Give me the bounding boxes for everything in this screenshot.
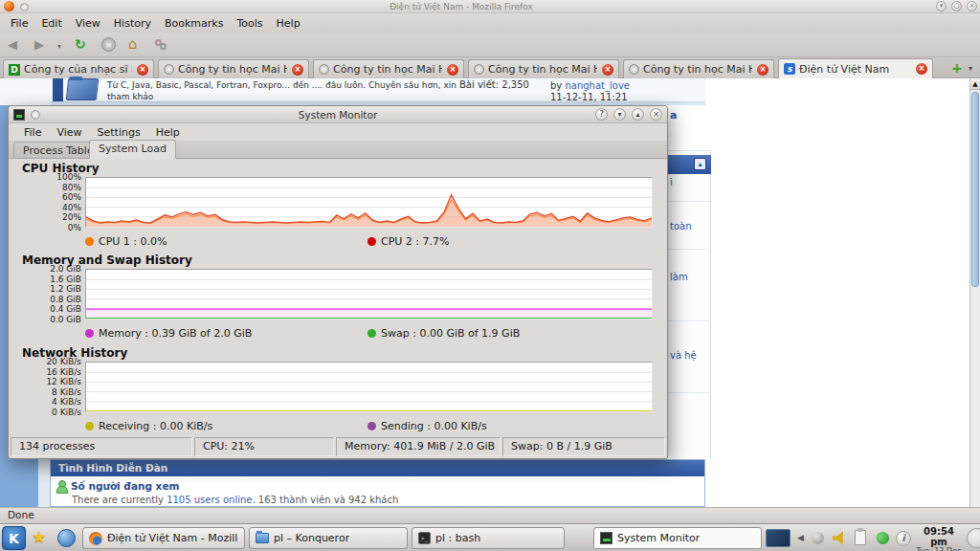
sm-menu-file[interactable]: File <box>16 124 49 141</box>
sm-menu-help[interactable]: Help <box>148 124 188 141</box>
notifications-info-icon[interactable]: i <box>896 531 911 546</box>
stop-icon[interactable]: × <box>101 37 116 52</box>
taskbar-clock[interactable]: 09:54 pm Tue, 13 Dec <box>915 526 963 551</box>
tab-1-label: Công ty của nhạc sĩ H... <box>24 63 132 76</box>
desktop-pager[interactable] <box>766 529 791 547</box>
online-users-link[interactable]: 1105 users online. <box>167 495 256 505</box>
tray-device-icon[interactable] <box>812 532 824 544</box>
maximize-icon[interactable]: ○ <box>951 1 962 11</box>
cpu2-legend-dot <box>368 237 376 246</box>
forum-stats-header: Tình Hình Diễn Đàn <box>51 460 704 476</box>
tab-2-favicon <box>164 64 174 75</box>
tab-3[interactable]: Công ty tin học Mai H... × <box>313 59 464 78</box>
menu-tools[interactable]: Tools <box>230 15 269 32</box>
collapse-section-icon[interactable]: ▴ <box>694 158 706 170</box>
forum-sidebar-column: a ▴ i toàn làm và hệ <box>667 105 711 459</box>
online-prefix: There are currently <box>72 495 164 505</box>
unshade-icon[interactable]: ▴ <box>632 108 644 121</box>
sidebar-card: a <box>667 105 711 151</box>
tab-1[interactable]: D Công ty của nhạc sĩ H... × <box>3 59 154 78</box>
memory-usage: Memory: 401.9 MiB / 2.0 GiB <box>336 437 501 456</box>
clock-time: 09:54 pm <box>915 526 963 547</box>
web-globe-icon[interactable] <box>57 529 76 547</box>
tab-5-label: Công ty tin học Mai H... <box>643 63 752 76</box>
sm-menu-view[interactable]: View <box>49 124 89 141</box>
close-icon[interactable]: × <box>967 1 977 11</box>
nav-history-caret-icon[interactable]: ▾ <box>57 42 61 51</box>
taskbar-system-monitor-button[interactable]: System Monitor <box>593 527 762 549</box>
tab-5[interactable]: Công ty tin học Mai H... × <box>623 59 774 78</box>
menu-history[interactable]: History <box>107 15 158 32</box>
tab-4-favicon <box>474 64 484 75</box>
volume-icon[interactable] <box>833 531 847 545</box>
swap-usage: Swap: 0 B / 1.9 GiB <box>502 437 665 456</box>
tray-collapse-icon[interactable]: ◀ <box>797 533 804 542</box>
system-monitor-titlebar[interactable]: System Monitor ? ▾ ▴ × <box>9 106 667 123</box>
sidebar-fragment-1[interactable]: i <box>670 177 673 187</box>
back-icon[interactable]: ◀ <box>8 37 17 52</box>
tab-4[interactable]: Công ty tin học Mai H... × <box>468 59 619 78</box>
sidebar-fragment-4[interactable]: và hệ <box>670 350 697 361</box>
tab-5-close-icon[interactable]: × <box>757 64 768 76</box>
kde-menu-icon[interactable]: K <box>2 526 26 550</box>
tab-3-close-icon[interactable]: × <box>447 64 458 76</box>
forum-stats-panel: Tình Hình Diễn Đàn Số người đang xem The… <box>50 459 705 507</box>
forward-icon[interactable]: ▶ <box>34 37 44 52</box>
memory-history-heading: Memory and Swap History <box>22 253 192 267</box>
tab-6-label: Điện tử Việt Nam <box>799 63 911 76</box>
sending-legend: Sending : 0.00 KiB/s <box>368 420 487 432</box>
viewing-title: Số người đang xem <box>71 480 179 492</box>
scrollbar-thumb[interactable] <box>971 92 979 287</box>
receiving-legend: Receiving : 0.00 KiB/s <box>85 420 212 432</box>
cpu2-legend-label: CPU 2 : 7.7% <box>381 235 450 248</box>
konqueror-folder-icon <box>256 533 269 543</box>
minimize-icon[interactable]: ▾ <box>936 1 947 11</box>
page-scrollbar[interactable]: ▲ <box>969 78 980 507</box>
system-monitor-window[interactable]: System Monitor ? ▾ ▴ × File View Setting… <box>8 105 668 459</box>
tab-4-close-icon[interactable]: × <box>602 64 613 76</box>
help-icon[interactable]: ? <box>595 108 608 121</box>
home-icon[interactable]: ⌂ <box>128 35 138 53</box>
tab-2-close-icon[interactable]: × <box>292 64 303 76</box>
tab-6-close-icon[interactable]: × <box>916 63 927 75</box>
tab-5-favicon <box>629 64 639 75</box>
sidebar-fragment-2[interactable]: toàn <box>670 221 692 231</box>
network-status-icon[interactable] <box>875 530 891 546</box>
new-tab-icon[interactable]: + <box>951 60 963 76</box>
reload-icon[interactable]: ↻ <box>75 36 86 52</box>
menu-help[interactable]: Help <box>270 15 307 32</box>
tab-2[interactable]: Công ty tin học Mai H... × <box>158 59 309 78</box>
menu-bookmarks[interactable]: Bookmarks <box>158 15 230 32</box>
taskbar-konqueror-button[interactable]: pl – Konqueror <box>249 527 408 549</box>
close-icon[interactable]: × <box>650 108 662 121</box>
menu-view[interactable]: View <box>69 15 107 32</box>
author-link[interactable]: nanghat_love <box>565 80 630 91</box>
shade-icon[interactable]: ▾ <box>613 108 626 121</box>
cpu2-legend: CPU 2 : 7.7% <box>368 235 450 248</box>
firefox-menubar: File Edit View History Bookmarks Tools H… <box>0 13 980 33</box>
taskbar-firefox-button[interactable]: Điện tử Việt Nam - Mozilla Firefox <box>82 527 245 549</box>
bookmarks-star-icon[interactable]: ★ <box>32 527 46 546</box>
tab-3-favicon <box>319 64 329 75</box>
memory-legend-label: Memory : 0.39 GiB of 2.0 GiB <box>99 327 252 340</box>
tab-6-active[interactable]: s Điện tử Việt Nam × <box>778 58 933 78</box>
scroll-up-icon[interactable]: ▲ <box>970 78 980 90</box>
tab-list-caret-icon[interactable]: ▾ <box>969 64 972 73</box>
tab-4-label: Công ty tin học Mai H... <box>488 63 597 76</box>
terminal-icon: >_ <box>418 532 431 544</box>
clipboard-icon[interactable] <box>855 530 866 545</box>
window-sticky-icon[interactable] <box>31 110 40 120</box>
menu-edit[interactable]: Edit <box>34 15 68 32</box>
taskbar-bash-button[interactable]: >_ pl : bash <box>412 527 565 549</box>
sm-menu-settings[interactable]: Settings <box>90 124 148 141</box>
menu-file[interactable]: File <box>4 15 34 32</box>
firefox-titlebar[interactable]: Điện tử Việt Nam - Mozilla Firefox ▾ ○ × <box>0 0 980 13</box>
tab-system-load[interactable]: System Load <box>89 140 176 159</box>
sidebar-fragment-3[interactable]: làm <box>670 272 688 282</box>
memory-legend: Memory : 0.39 GiB of 2.0 GiB <box>85 327 252 340</box>
extension-keys-icon[interactable] <box>155 39 167 52</box>
plasma-cashew-icon[interactable] <box>967 528 980 548</box>
tab-1-close-icon[interactable]: × <box>137 64 148 76</box>
firefox-window-title: Điện tử Việt Nam - Mozilla Firefox <box>0 2 923 11</box>
cpu-usage: CPU: 21% <box>194 437 334 456</box>
